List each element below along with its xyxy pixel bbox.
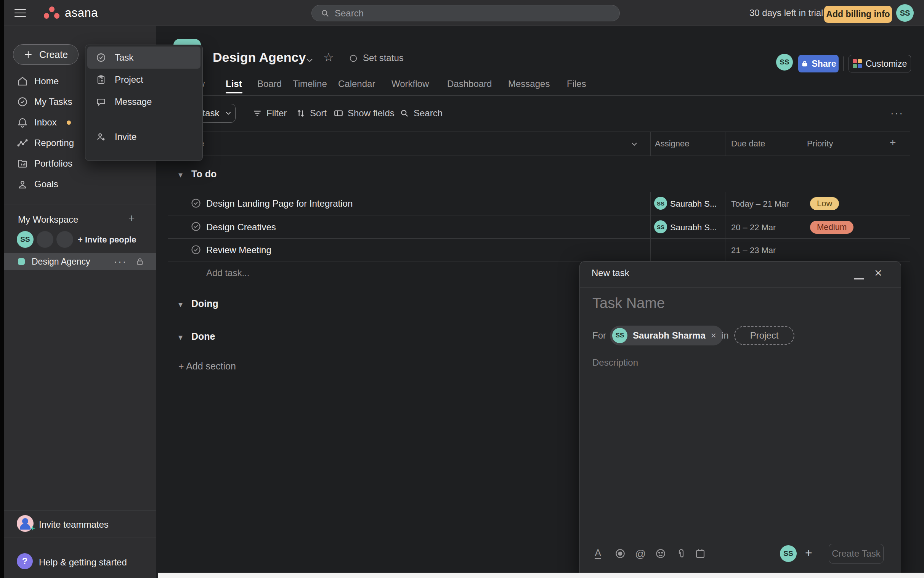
help-icon[interactable]: ? [17, 553, 33, 569]
task-complete-icon[interactable] [191, 244, 201, 255]
section-collapse-icon[interactable]: ▾ [178, 170, 183, 180]
add-collaborator-icon[interactable]: + [805, 546, 812, 560]
section-title-doing[interactable]: Doing [191, 298, 219, 309]
customize-button[interactable]: Customize [848, 55, 911, 72]
invite-people-link[interactable]: + Invite people [78, 235, 136, 245]
assignee-avatar[interactable]: SS [654, 220, 667, 233]
sidebar-item-goals[interactable]: Goals [4, 174, 156, 195]
table-border [168, 132, 910, 132]
user-avatar[interactable]: SS [896, 4, 914, 22]
column-chevron-icon[interactable] [630, 140, 639, 149]
section-title-todo[interactable]: To do [191, 169, 217, 180]
column-border [650, 132, 651, 156]
record-icon[interactable] [614, 548, 626, 559]
minimize-icon[interactable] [854, 278, 864, 279]
assignee-chip-name: Saurabh Sharma [633, 330, 705, 341]
share-button[interactable]: Share [798, 55, 839, 72]
task-title[interactable]: Design Landing Page for Integration [206, 198, 353, 209]
invite-teammates-label[interactable]: Invite teammates [39, 519, 109, 530]
assignee-chip[interactable]: SS Saurabh Sharma × [610, 326, 723, 346]
show-fields-button[interactable]: Show fields [334, 108, 394, 119]
assignee-avatar[interactable]: SS [654, 197, 667, 210]
menu-item-project[interactable]: Project [87, 69, 201, 91]
tab-dashboard[interactable]: Dashboard [447, 78, 492, 89]
invite-teammates-icon: + [17, 515, 34, 532]
text-format-icon[interactable]: A [595, 548, 601, 559]
menu-item-label: Project [115, 74, 143, 85]
tab-workflow[interactable]: Workflow [391, 78, 429, 89]
mention-icon[interactable]: @ [635, 548, 646, 560]
star-icon[interactable]: ☆ [323, 50, 334, 65]
sidebar-divider [4, 204, 156, 205]
remove-assignee-icon[interactable]: × [711, 330, 716, 341]
invite-person-icon [96, 132, 106, 142]
due-date[interactable]: Today – 21 Mar [731, 199, 789, 209]
section-collapse-icon[interactable]: ▾ [178, 333, 183, 343]
task-title[interactable]: Design Creatives [206, 222, 276, 232]
sidebar-project-design-agency[interactable]: Design Agency ··· [4, 253, 156, 270]
close-icon[interactable]: × [874, 265, 882, 280]
sidebar-item-label: Inbox [34, 117, 57, 128]
emoji-icon[interactable] [655, 548, 666, 559]
attachment-icon[interactable] [676, 548, 687, 559]
add-task-chevron[interactable] [221, 104, 235, 122]
member-avatar[interactable]: SS [776, 54, 793, 71]
section-collapse-icon[interactable]: ▾ [178, 300, 183, 310]
project-more-icon[interactable]: ··· [113, 256, 127, 268]
menu-item-message[interactable]: Message [87, 91, 201, 113]
tab-calendar[interactable]: Calendar [338, 78, 375, 89]
add-section-button[interactable]: + Add section [178, 361, 236, 372]
global-search-input[interactable]: Search [311, 5, 620, 21]
workspace-member-avatar[interactable]: SS [17, 231, 34, 248]
search-icon [399, 108, 409, 118]
task-title[interactable]: Review Meeting [206, 245, 271, 255]
task-complete-icon[interactable] [191, 221, 201, 232]
menu-item-task[interactable]: Task [87, 47, 201, 69]
column-header-priority[interactable]: Priority [807, 139, 833, 149]
due-date[interactable]: 21 – 23 Mar [731, 245, 776, 255]
sort-icon [296, 108, 306, 118]
tab-board[interactable]: Board [257, 78, 282, 89]
add-billing-info-button[interactable]: Add billing info [824, 6, 892, 23]
set-status-button[interactable]: Set status [363, 53, 404, 63]
title-chevron-down-icon[interactable] [304, 55, 315, 66]
column-header-due-date[interactable]: Due date [731, 139, 765, 149]
filter-button[interactable]: Filter [252, 108, 287, 119]
task-name-input[interactable]: Task Name [592, 295, 665, 312]
tab-list[interactable]: List [226, 78, 242, 89]
tab-messages[interactable]: Messages [508, 78, 550, 89]
workspace-add-icon[interactable]: + [128, 212, 135, 224]
tab-files[interactable]: Files [567, 78, 586, 89]
create-button[interactable]: Create [13, 44, 78, 65]
calendar-icon[interactable] [694, 548, 706, 559]
project-picker[interactable]: Project [734, 326, 794, 345]
assignee-name[interactable]: Saurabh S... [670, 222, 717, 232]
hamburger-menu-icon[interactable] [15, 9, 26, 20]
assignee-name[interactable]: Saurabh S... [670, 199, 717, 209]
tab-timeline[interactable]: Timeline [293, 78, 327, 89]
section-title-done[interactable]: Done [191, 331, 216, 342]
workspace-title[interactable]: My Workspace [18, 214, 78, 225]
column-border [801, 132, 801, 156]
more-options-icon[interactable]: ··· [890, 107, 904, 119]
search-tasks-button[interactable]: Search [399, 108, 443, 119]
column-header-assignee[interactable]: Assignee [655, 139, 690, 149]
priority-badge-low[interactable]: Low [810, 197, 839, 210]
priority-badge-medium[interactable]: Medium [810, 221, 853, 234]
sort-button[interactable]: Sort [296, 108, 327, 119]
asana-logo[interactable]: asana [44, 6, 120, 21]
logo-dot [44, 13, 49, 19]
due-date[interactable]: 20 – 22 Mar [731, 222, 776, 232]
description-input[interactable]: Description [592, 357, 638, 368]
invite-teammates-row[interactable]: + [17, 515, 34, 532]
add-task-row[interactable]: Add task... [206, 268, 249, 278]
empty-member-avatar [57, 231, 73, 248]
task-complete-icon[interactable] [191, 198, 201, 209]
add-column-button[interactable]: + [890, 136, 896, 149]
table-border [168, 156, 910, 156]
column-border [878, 192, 878, 261]
menu-item-invite[interactable]: Invite [87, 126, 201, 148]
sidebar-item-label: My Tasks [34, 96, 73, 107]
create-task-button[interactable]: Create Task [829, 544, 883, 563]
help-label[interactable]: Help & getting started [39, 557, 127, 568]
